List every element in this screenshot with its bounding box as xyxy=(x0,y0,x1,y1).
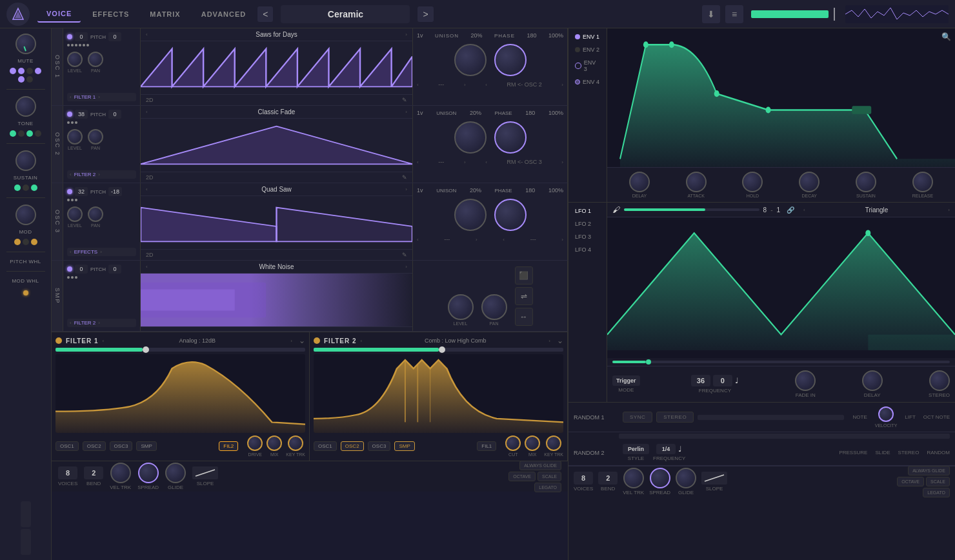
smp-pitch-left[interactable]: 0 xyxy=(75,265,88,274)
random2-note-icon[interactable]: ♩ xyxy=(678,445,682,454)
sidebar-knob-sustain[interactable] xyxy=(15,150,36,171)
nav-tab-voice[interactable]: VOICE xyxy=(37,6,81,23)
legato-btn[interactable]: LEGATO xyxy=(534,483,561,492)
lfo-link-icon[interactable]: 🔗 xyxy=(787,206,794,214)
osc3-pan-knob[interactable] xyxy=(88,206,103,222)
smp-filter-select[interactable]: ‹ FILTER 2 › xyxy=(67,319,136,327)
filter1-keytrk-knob[interactable] xyxy=(288,435,303,451)
smp-level-knob[interactable] xyxy=(448,294,474,320)
osc3-edit-icon[interactable]: ✎ xyxy=(402,252,407,258)
bend-val[interactable]: 2 xyxy=(84,466,103,479)
filter1-slider[interactable] xyxy=(55,348,305,352)
osc3-level-knob[interactable] xyxy=(67,206,83,222)
osc3-unison-knob[interactable] xyxy=(454,199,487,231)
osc3-pitch-right[interactable]: -18 xyxy=(108,187,122,196)
osc1-pitch-left[interactable]: 0 xyxy=(75,32,88,41)
menu-button[interactable]: ≡ xyxy=(725,5,743,23)
smp-enable[interactable] xyxy=(67,266,72,272)
filter2-osc2[interactable]: OSC2 xyxy=(341,441,364,451)
octave-btn2[interactable]: OCTAVE xyxy=(897,477,924,486)
osc2-pitch-right[interactable]: 0 xyxy=(108,110,121,119)
lfo-tempo-icon[interactable]: ♩ xyxy=(735,376,739,385)
env-attack-knob[interactable] xyxy=(686,172,707,192)
slope-disp2[interactable] xyxy=(701,472,727,485)
pitch-slider[interactable] xyxy=(21,501,31,527)
glide-knob[interactable] xyxy=(165,463,186,483)
env-hold-knob[interactable] xyxy=(742,172,763,192)
slope-display[interactable] xyxy=(192,466,218,479)
osc3-pitch-left[interactable]: 32 xyxy=(75,187,88,196)
filter2-mix-knob[interactable] xyxy=(525,435,540,451)
scale-btn2[interactable]: SCALE xyxy=(926,477,950,486)
bend-num[interactable]: 2 xyxy=(598,472,618,485)
smp-shuffle-icon[interactable]: ⇌ xyxy=(515,287,533,305)
octave-btn[interactable]: OCTAVE xyxy=(508,472,536,481)
osc2-edit-icon[interactable]: ✎ xyxy=(402,174,407,181)
sidebar-knob-mod[interactable] xyxy=(15,205,36,225)
always-glide-btn[interactable]: ALWAYS GLIDE xyxy=(519,461,561,470)
lfo-mode-val[interactable]: Trigger xyxy=(612,375,640,386)
preset-next-button[interactable]: > xyxy=(417,6,433,22)
filter1-drive-knob[interactable] xyxy=(247,435,263,451)
filter1-mix-knob[interactable] xyxy=(266,435,282,451)
osc1-level-knob[interactable] xyxy=(67,52,83,67)
mod-slider[interactable] xyxy=(21,529,31,555)
osc1-filter-select[interactable]: ‹ FILTER 1 › xyxy=(67,93,136,101)
filter2-cut-knob[interactable] xyxy=(505,435,521,451)
lfo-stereo-knob[interactable] xyxy=(929,370,950,391)
env-delay-knob[interactable] xyxy=(629,172,650,192)
osc2-unison-knob[interactable] xyxy=(454,121,487,154)
lfo-freq-num2[interactable]: 0 xyxy=(713,375,732,386)
env-decay-knob[interactable] xyxy=(799,172,819,192)
osc1-phase-knob[interactable] xyxy=(494,44,527,76)
voices-num[interactable]: 8 xyxy=(574,472,593,485)
legato-btn2[interactable]: LEGATO xyxy=(923,488,950,497)
smp-pitch-right[interactable]: 0 xyxy=(108,265,121,274)
always-glide-btn2[interactable]: ALWAYS GLIDE xyxy=(908,466,950,475)
spread-knob2[interactable] xyxy=(650,468,670,488)
preset-prev-button[interactable]: < xyxy=(257,6,273,22)
lfo-rate-slider[interactable] xyxy=(624,208,759,211)
filter1-smp[interactable]: SMP xyxy=(136,441,156,451)
filter2-osc3[interactable]: OSC3 xyxy=(368,441,391,451)
filter2-smp[interactable]: SMP xyxy=(394,441,414,451)
filter1-osc3[interactable]: OSC3 xyxy=(110,441,133,451)
env-release-knob[interactable] xyxy=(912,172,933,192)
osc1-pitch-right[interactable]: 0 xyxy=(108,32,121,41)
lfo-tab-4[interactable]: LFO 4 xyxy=(571,244,604,255)
smp-lr-icon[interactable]: ↔ xyxy=(515,308,533,326)
sidebar-knob-1[interactable] xyxy=(15,34,36,54)
smp-pan-knob[interactable] xyxy=(481,294,507,320)
osc3-phase-knob[interactable] xyxy=(494,199,527,231)
random1-bar1[interactable] xyxy=(619,434,950,439)
osc2-pitch-left[interactable]: 38 xyxy=(75,110,88,119)
osc2-filter-select[interactable]: ‹ FILTER 2 › xyxy=(67,170,136,179)
filter1-fil2[interactable]: FIL2 xyxy=(219,441,238,451)
nav-tab-matrix[interactable]: MATRIX xyxy=(141,6,189,22)
veltrk-knob[interactable] xyxy=(110,463,131,483)
veltrk-knob2[interactable] xyxy=(623,468,644,488)
sidebar-knob-tone[interactable] xyxy=(15,96,36,117)
osc2-phase-knob[interactable] xyxy=(494,121,527,154)
lfo-fadein-knob[interactable] xyxy=(795,370,816,391)
voices-val[interactable]: 8 xyxy=(58,466,77,479)
random1-velocity-knob[interactable] xyxy=(878,406,894,422)
env-tab-2[interactable]: ENV 2 xyxy=(571,44,604,55)
filter1-osc2[interactable]: OSC2 xyxy=(83,441,106,451)
random1-sync-btn[interactable]: SYNC xyxy=(623,412,652,423)
osc2-pan-knob[interactable] xyxy=(88,129,103,145)
spread-knob[interactable] xyxy=(138,463,159,483)
env-tab-1[interactable]: ENV 1 xyxy=(571,31,604,43)
osc3-filter-select[interactable]: ‹ EFFECTS › xyxy=(67,248,136,256)
lfo-delay-knob[interactable] xyxy=(862,370,883,391)
save-button[interactable]: ⬇ xyxy=(702,5,720,23)
osc2-enable[interactable] xyxy=(67,112,72,117)
env-tab-3[interactable]: ENV 3 xyxy=(571,57,604,75)
osc1-pan-knob[interactable] xyxy=(88,52,103,67)
random2-freq-val[interactable]: 1/4 xyxy=(656,444,676,454)
osc2-level-knob[interactable] xyxy=(67,129,83,145)
filter2-osc1[interactable]: OSC1 xyxy=(314,441,337,451)
lfo-paint-icon[interactable]: 🖌 xyxy=(612,205,620,214)
nav-tab-effects[interactable]: EFFECTS xyxy=(83,6,138,22)
filter2-fil1[interactable]: FIL1 xyxy=(477,441,496,451)
